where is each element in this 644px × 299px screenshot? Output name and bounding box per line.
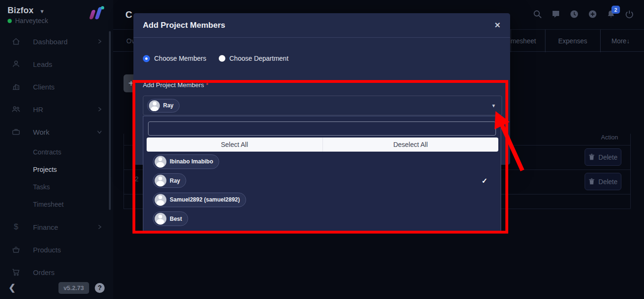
dropdown-caret-icon[interactable]: ▼ <box>491 103 496 108</box>
sidebar-item-work[interactable]: Work <box>0 121 113 143</box>
app-logo-icon <box>89 6 105 21</box>
members-dropdown-panel: Select All Deselect All Ibinabo Imabibo … <box>143 116 501 231</box>
sidebar-item-projects[interactable]: Projects <box>0 161 113 178</box>
required-asterisk: * <box>206 81 208 89</box>
close-icon[interactable]: ✕ <box>495 21 501 30</box>
add-new-icon[interactable] <box>587 9 598 19</box>
members-list: Ibinabo Imabibo Ray ✓ Samuel2892 (samuel… <box>143 152 501 228</box>
modal-title: Add Project Members <box>143 21 225 30</box>
table-row-number: 2 <box>135 175 139 183</box>
members-search-input[interactable] <box>148 121 496 136</box>
workspace-switcher[interactable]: Bizfox ▼ Harveyteck <box>0 0 113 28</box>
selected-member-chip[interactable]: Ray <box>147 99 180 113</box>
members-multiselect[interactable]: Ray ▼ <box>143 96 502 115</box>
select-all-button[interactable]: Select All <box>147 137 322 152</box>
deselect-all-button[interactable]: Deselect All <box>323 137 499 152</box>
dollar-icon: $ <box>11 222 21 232</box>
member-option-selected[interactable]: Ray ✓ <box>143 171 501 191</box>
online-status-icon <box>8 19 12 23</box>
cart-icon <box>11 267 21 277</box>
member-source-radio-group: Choose Members Choose Department <box>143 55 289 62</box>
modal-header: Add Project Members ✕ <box>133 13 510 38</box>
power-icon[interactable] <box>624 9 635 19</box>
member-option[interactable]: Best <box>143 210 501 229</box>
app-window: Bizfox ▼ Harveyteck Dashboard Leads <box>0 0 644 299</box>
chevron-right-icon <box>96 106 103 113</box>
tab-more[interactable]: More↓ <box>611 30 630 52</box>
home-icon <box>11 37 21 46</box>
delete-button[interactable]: Delete <box>585 148 621 166</box>
sidebar-item-hr[interactable]: HR <box>0 98 113 121</box>
people-icon <box>11 105 21 114</box>
trash-icon <box>588 178 595 185</box>
company-name: Harveyteck <box>15 17 48 24</box>
chevron-right-icon <box>96 224 103 230</box>
notifications-bell-icon[interactable]: 2 <box>606 9 616 19</box>
members-field-label: Add Project Members* <box>143 81 208 89</box>
table-action-header: Action <box>556 134 618 141</box>
chevron-right-icon <box>96 38 103 45</box>
chevron-down-icon: ▼ <box>40 8 45 14</box>
sidebar-item-finance[interactable]: $ Finance <box>0 216 113 238</box>
sidebar-item-dashboard[interactable]: Dashboard <box>0 30 113 53</box>
delete-button[interactable]: Delete <box>585 173 621 190</box>
radio-choose-members[interactable]: Choose Members <box>143 55 206 62</box>
sidebar-item-leads[interactable]: Leads <box>0 53 113 75</box>
notification-count-badge: 2 <box>611 6 620 14</box>
briefcase-icon <box>11 127 21 137</box>
version-badge: v5.2.73 <box>58 282 89 294</box>
search-icon[interactable] <box>532 9 543 19</box>
check-icon: ✓ <box>481 177 487 185</box>
brand-name: Bizfox <box>8 6 33 16</box>
sidebar-item-clients[interactable]: Clients <box>0 75 113 98</box>
member-option[interactable]: Ibinabo Imabibo <box>143 152 501 171</box>
sidebar-footer: ❮ v5.2.73 ? <box>0 276 113 299</box>
member-option[interactable]: Samuel2892 (samuel2892) <box>143 190 501 210</box>
radio-choose-department[interactable]: Choose Department <box>219 55 289 62</box>
sidebar-scrollbar[interactable] <box>109 31 111 210</box>
sidebar-item-tasks[interactable]: Tasks <box>0 178 113 195</box>
avatar <box>155 156 166 168</box>
collapse-sidebar-icon[interactable]: ❮ <box>8 283 16 293</box>
trash-icon <box>588 154 595 161</box>
sidebar-item-timesheet[interactable]: Timesheet <box>0 195 113 213</box>
building-icon <box>11 82 21 91</box>
avatar <box>155 213 166 225</box>
avatar <box>149 100 160 111</box>
sidebar-nav: Dashboard Leads Clients HR Work Cont <box>0 30 113 283</box>
radio-selected-icon <box>143 55 150 62</box>
sidebar-item-products[interactable]: Products <box>0 238 113 261</box>
basket-icon <box>11 245 21 254</box>
chevron-down-icon <box>96 129 103 135</box>
help-icon[interactable]: ? <box>95 283 105 293</box>
page-title: C <box>125 9 132 20</box>
avatar <box>155 194 166 206</box>
sidebar: Bizfox ▼ Harveyteck Dashboard Leads <box>0 0 113 299</box>
chat-icon[interactable] <box>551 9 561 19</box>
radio-unselected-icon <box>219 55 225 62</box>
select-actions-bar: Select All Deselect All <box>147 137 498 152</box>
avatar <box>155 175 166 186</box>
person-icon <box>11 59 21 69</box>
clock-icon[interactable] <box>569 9 579 19</box>
tab-expenses[interactable]: Expenses <box>558 30 587 52</box>
sidebar-item-contracts[interactable]: Contracts <box>0 143 113 161</box>
